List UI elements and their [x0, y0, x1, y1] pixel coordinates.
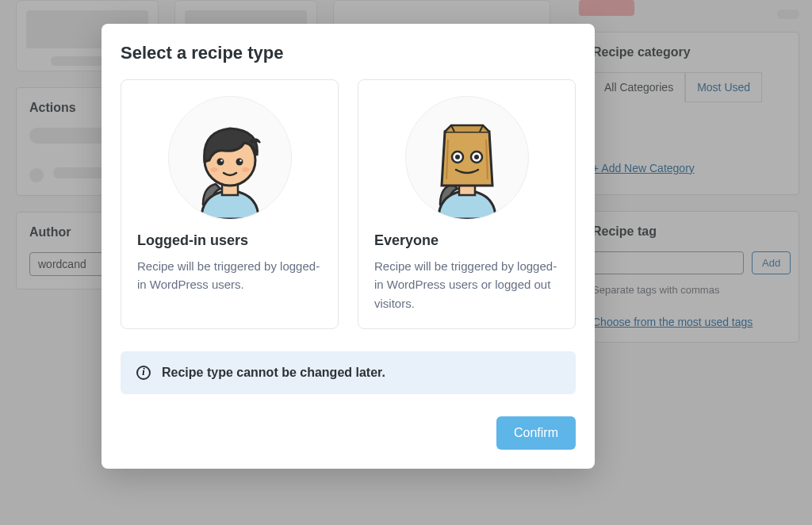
svg-point-3: [236, 159, 243, 166]
info-icon: i: [136, 366, 151, 380]
svg-point-13: [455, 155, 460, 159]
confirm-button[interactable]: Confirm: [496, 416, 576, 450]
svg-point-5: [239, 159, 242, 162]
svg-point-6: [210, 167, 218, 172]
info-text: Recipe type cannot be changed later.: [162, 366, 385, 380]
option-title: Logged-in users: [137, 232, 322, 249]
option-title: Everyone: [374, 232, 559, 249]
option-everyone[interactable]: Everyone Recipe will be triggered by log…: [358, 79, 576, 329]
svg-point-4: [220, 159, 223, 162]
info-box: i Recipe type cannot be changed later.: [121, 351, 576, 394]
modal-title: Select a recipe type: [121, 43, 576, 63]
option-logged-in-users[interactable]: Logged-in users Recipe will be triggered…: [121, 79, 339, 329]
everyone-avatar: [405, 96, 529, 220]
recipe-type-modal: Select a recipe type: [102, 24, 595, 469]
svg-point-14: [474, 155, 479, 159]
option-description: Recipe will be triggered by logged-in Wo…: [137, 257, 322, 294]
logged-in-avatar: [168, 96, 292, 220]
option-description: Recipe will be triggered by logged-in Wo…: [374, 257, 559, 312]
svg-point-2: [216, 159, 224, 166]
svg-point-7: [242, 167, 250, 172]
